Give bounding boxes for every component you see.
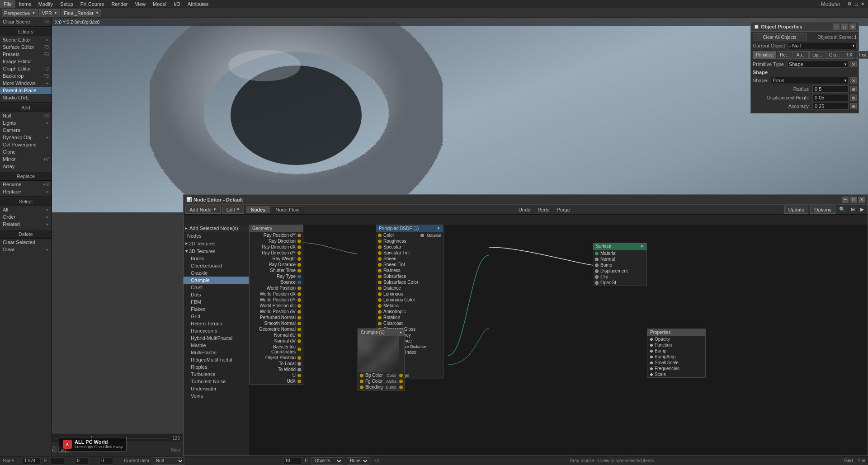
ne-list-nodes[interactable]: Nodes [184, 232, 249, 240]
radius-btn[interactable]: ⊕ [850, 86, 857, 92]
ne-purge[interactable]: Purge [554, 207, 572, 212]
sidebar-item-more-windows[interactable]: More Windows ▸ [0, 80, 52, 87]
update-btn[interactable]: Update [784, 206, 808, 214]
ne-subitem-flakes[interactable]: Flakes [184, 305, 249, 313]
sidebar-item-dynamic-obj[interactable]: Dynamic Obj ▸ [0, 134, 52, 141]
tab-glo[interactable]: Glo... [826, 51, 843, 59]
options-btn[interactable]: Options [810, 206, 835, 214]
sidebar-item-related[interactable]: Related ▸ [0, 221, 52, 228]
sidebar-section-select[interactable]: Select [0, 197, 52, 206]
ne-subitem-checkerboard[interactable]: Checkerboard [184, 262, 249, 269]
tab-inst[interactable]: Inst... [856, 51, 868, 59]
menu-file[interactable]: File [0, 0, 15, 8]
displacement-input[interactable] [812, 94, 849, 101]
ne-subitem-hybrid[interactable]: Hybrid-MultiFractal [184, 334, 249, 342]
viewport[interactable]: X:0 Y:0 Z:0/h:0/p:0/b:0 [52, 18, 868, 212]
add-node-btn[interactable]: Add Node ▼ [185, 206, 221, 214]
ne-main-canvas[interactable]: Geometry Ray Position dY Ray Direction R… [249, 225, 868, 456]
sidebar-item-mirror[interactable]: Mirror +V [0, 155, 52, 163]
ne-subitem-crackle[interactable]: Crackle [184, 269, 249, 277]
sidebar-item-lights[interactable]: Lights ▸ [0, 119, 52, 127]
shape-dropdown[interactable]: Torus ▼ [771, 77, 849, 84]
sidebar-item-replace[interactable]: Replace ▸ [0, 188, 52, 195]
obj-properties-minimize[interactable]: ─ [833, 23, 840, 30]
edit-btn[interactable]: Edit ▼ [222, 206, 244, 214]
window-icons[interactable]: ⚙ ◻ ✕ [844, 0, 868, 8]
sidebar-item-graph-editor[interactable]: Graph Editor F2 [0, 65, 52, 72]
tab-primitive[interactable]: Primitive [753, 51, 776, 59]
accuracy-input[interactable] [812, 103, 849, 110]
accuracy-btn[interactable]: ⊕ [850, 103, 857, 109]
sidebar-item-rename[interactable]: Rename +N [0, 181, 52, 188]
sidebar-item-clone[interactable]: Clone [0, 148, 52, 155]
sidebar-section-delete[interactable]: Delete [0, 230, 52, 239]
tab-lig[interactable]: Lig... [809, 51, 826, 59]
ne-subitem-multifractal[interactable]: MultiFractal [184, 349, 249, 356]
scale-value-5[interactable] [99, 457, 113, 465]
ne-subitem-marble[interactable]: Marble [184, 342, 249, 349]
sidebar-item-null[interactable]: Null +N [0, 112, 52, 119]
ne-subitem-bricks[interactable]: Bricks [184, 255, 249, 262]
menu-view[interactable]: View [131, 0, 149, 8]
menu-io[interactable]: I/O [170, 0, 184, 8]
shape-clear[interactable]: ✕ [850, 77, 857, 84]
ne-subitem-ridged[interactable]: RidgedMultiFractal [184, 356, 249, 363]
ne-subitem-turbulence[interactable]: Turbulence [184, 371, 249, 378]
tab-fx[interactable]: FX [844, 51, 856, 59]
ne-group-3d[interactable]: ▾ 3D Textures [184, 247, 249, 255]
search-icon[interactable]: 🔍 [837, 207, 847, 212]
displacement-btn[interactable]: ⊕ [850, 94, 857, 101]
tab-ap[interactable]: Ap... [793, 51, 809, 59]
sidebar-item-array[interactable]: Array [0, 163, 52, 170]
ne-subitem-honeycomb[interactable]: Honeycomb [184, 327, 249, 334]
node-editor-maximize[interactable]: □ [850, 197, 857, 203]
objects-dropdown[interactable]: Objects [311, 457, 343, 465]
sidebar-item-backdrop[interactable]: Backdrop F5 [0, 72, 52, 80]
sidebar-item-clearscene[interactable]: Clear Scene +N [0, 18, 52, 25]
menu-model[interactable]: Model [149, 0, 170, 8]
tab-node-flow[interactable]: Node Flow [271, 206, 305, 213]
node-canvas[interactable]: ▸ Add Selected Node(s) Nodes ▸ 2D Textur… [184, 225, 868, 456]
ne-subitem-grid[interactable]: Grid [184, 313, 249, 320]
tab-nodes[interactable]: Nodes [246, 206, 270, 213]
radius-input[interactable] [812, 85, 849, 93]
sidebar-section-replace[interactable]: Replace [0, 172, 52, 181]
sidebar-section-editors[interactable]: Editors [0, 28, 52, 36]
final-render-dropdown[interactable]: Final_Render [61, 9, 101, 17]
obj-properties-close[interactable]: ✕ [849, 23, 856, 30]
ne-subitem-underwater[interactable]: Underwater [184, 385, 249, 392]
sidebar-item-scene-editor[interactable]: Scene Editor ▸ [0, 36, 52, 43]
ne-subitem-crumple[interactable]: Crumple [184, 277, 249, 284]
primitive-type-clear[interactable]: ✕ [850, 61, 857, 67]
menu-attributes[interactable]: Attributes [184, 0, 212, 8]
perspective-dropdown[interactable]: Perspective [2, 9, 38, 17]
ne-subitem-hetero[interactable]: Hetero Terrain [184, 320, 249, 327]
sidebar-item-surface-editor[interactable]: Surface Editor F5 [0, 43, 52, 51]
ne-subitem-veins[interactable]: Veins [184, 392, 249, 399]
vpr-dropdown[interactable]: VPR [39, 9, 60, 17]
menu-render[interactable]: Render [108, 0, 131, 8]
scale-value-4[interactable] [75, 457, 89, 465]
menu-items[interactable]: Items [15, 0, 35, 8]
menu-setup[interactable]: Setup [57, 0, 77, 8]
sidebar-item-camera[interactable]: Camera [0, 127, 52, 134]
ne-subitem-dots[interactable]: Dots [184, 291, 249, 298]
tab-re[interactable]: Re... [777, 51, 793, 59]
node-editor-close[interactable]: ✕ [859, 197, 865, 203]
clear-all-objects-btn[interactable]: Clear All Objects [753, 33, 807, 41]
ne-subitem-crust[interactable]: Crust [184, 284, 249, 291]
ne-subitem-fbm[interactable]: FBM [184, 298, 249, 305]
sidebar-item-clear-selected[interactable]: Clear Selected [0, 239, 52, 246]
ne-redo[interactable]: Redo [535, 207, 552, 212]
ne-undo[interactable]: Undo [516, 207, 533, 212]
node-editor-minimize[interactable]: ─ [842, 197, 849, 203]
obj-properties-maximize[interactable]: □ [841, 23, 848, 30]
menu-modify[interactable]: Modify [35, 0, 57, 8]
bones-dropdown[interactable]: Bones [347, 457, 369, 465]
primitive-type-dropdown[interactable]: Shape ▼ [788, 61, 849, 68]
sidebar-item-cvt-powergons[interactable]: Cvt Powergons [0, 141, 52, 148]
sidebar-item-image-editor[interactable]: Image Editor [0, 58, 52, 65]
zoom-fit-icon[interactable]: ⊞ [849, 207, 857, 212]
current-object-dropdown[interactable]: - Null ▼ [788, 42, 857, 49]
ne-group-2d[interactable]: ▸ 2D Textures [184, 240, 249, 247]
